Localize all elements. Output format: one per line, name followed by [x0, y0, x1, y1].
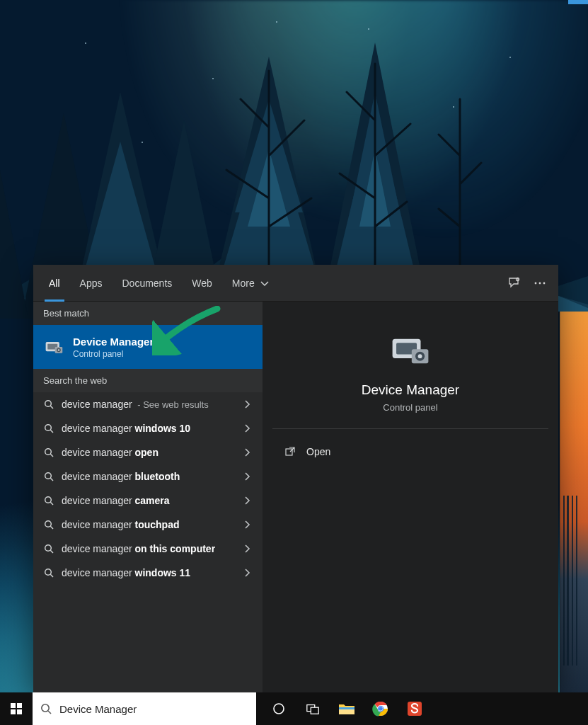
tab-more[interactable]: More	[222, 265, 280, 302]
cortana-button[interactable]	[262, 692, 296, 725]
start-search-panel: All Apps Documents Web More Best match	[33, 265, 558, 692]
svg-point-49	[379, 707, 383, 711]
preview-subtitle: Control panel	[383, 402, 437, 413]
windows-logo-icon	[10, 702, 23, 715]
web-result-text: device manager windows 10	[62, 423, 234, 434]
chevron-right-icon	[241, 567, 253, 578]
taskbar-app-chrome[interactable]	[364, 692, 398, 725]
chevron-right-icon	[241, 399, 253, 410]
taskbar-app-snagit[interactable]	[398, 692, 432, 725]
search-icon	[43, 423, 54, 434]
search-input[interactable]	[59, 692, 249, 725]
search-icon	[43, 543, 54, 554]
web-result[interactable]: device manager open	[33, 440, 263, 464]
svg-point-40	[42, 704, 49, 712]
svg-point-25	[45, 473, 52, 479]
search-icon	[43, 447, 54, 458]
preview-device-manager-icon	[390, 330, 431, 371]
feedback-button[interactable]	[502, 270, 527, 296]
file-explorer-icon	[338, 701, 356, 717]
web-result-text: device manager windows 11	[62, 567, 234, 578]
open-icon	[284, 446, 296, 457]
web-result[interactable]: device manager touchpad	[33, 513, 263, 537]
taskbar	[0, 692, 588, 725]
svg-point-29	[45, 569, 52, 576]
svg-rect-36	[11, 703, 16, 708]
search-icon	[40, 702, 52, 715]
tab-all[interactable]: All	[39, 265, 70, 302]
result-preview-pane: Device Manager Control panel Open	[263, 302, 558, 692]
taskbar-app-file-explorer[interactable]	[330, 692, 364, 725]
chevron-down-icon	[259, 278, 270, 289]
chevron-right-icon	[241, 423, 253, 434]
window-accent-strip	[568, 0, 588, 4]
web-result-text: device manager bluetooth	[62, 471, 234, 482]
svg-rect-38	[11, 709, 16, 714]
svg-point-14	[535, 282, 537, 284]
svg-rect-45	[339, 707, 354, 709]
cortana-icon	[272, 702, 286, 716]
snagit-icon	[406, 700, 423, 717]
web-result-text: device manager camera	[62, 495, 234, 506]
svg-point-27	[45, 521, 52, 527]
web-result[interactable]: device manager windows 11	[33, 561, 263, 585]
chevron-right-icon	[241, 519, 253, 530]
web-result-text: device manager - See web results	[62, 399, 234, 410]
svg-marker-1	[0, 170, 28, 319]
search-icon	[43, 399, 54, 410]
svg-point-16	[543, 282, 546, 284]
svg-point-28	[45, 545, 52, 552]
web-result-text: device manager touchpad	[62, 519, 234, 530]
chevron-right-icon	[241, 543, 253, 554]
action-open[interactable]: Open	[277, 438, 544, 466]
svg-point-22	[45, 401, 52, 407]
web-result[interactable]: device manager windows 10	[33, 416, 263, 440]
web-result[interactable]: device manager camera	[33, 489, 263, 513]
chevron-right-icon	[241, 447, 253, 458]
taskbar-search-box[interactable]	[33, 692, 256, 725]
search-icon	[43, 567, 54, 578]
search-icon	[43, 519, 54, 530]
svg-rect-39	[17, 709, 22, 714]
svg-point-15	[539, 282, 541, 284]
more-options-button[interactable]	[527, 270, 553, 296]
search-filter-tabs: All Apps Documents Web More	[33, 265, 558, 302]
preview-title: Device Manager	[362, 382, 459, 398]
svg-rect-37	[17, 703, 22, 708]
tab-documents[interactable]: Documents	[112, 265, 182, 302]
tab-apps[interactable]: Apps	[70, 265, 113, 302]
web-result[interactable]: device manager bluetooth	[33, 464, 263, 489]
svg-point-23	[45, 425, 52, 431]
web-result-text: device manager on this computer	[62, 543, 234, 554]
web-result-text: device manager open	[62, 447, 234, 458]
web-result[interactable]: device manager on this computer	[33, 537, 263, 561]
task-view-icon	[306, 702, 320, 716]
results-list: Best match Device Manager Control panel	[33, 302, 263, 692]
chevron-right-icon	[241, 495, 253, 506]
chevron-right-icon	[241, 471, 253, 482]
tab-web[interactable]: Web	[182, 265, 222, 302]
best-match-subtitle: Control panel	[73, 349, 154, 359]
svg-point-34	[418, 354, 422, 358]
best-match-title: Device Manager	[73, 336, 154, 348]
section-search-web: Search the web	[33, 369, 263, 392]
best-match-result[interactable]: Device Manager Control panel	[33, 325, 263, 369]
start-button[interactable]	[0, 692, 33, 725]
secondary-monitor-slice	[560, 312, 588, 694]
device-manager-icon	[43, 336, 64, 358]
action-open-label: Open	[306, 446, 330, 457]
task-view-button[interactable]	[296, 692, 330, 725]
search-icon	[43, 495, 54, 506]
svg-rect-43	[311, 707, 318, 714]
svg-point-26	[45, 497, 52, 503]
svg-point-24	[45, 449, 52, 455]
search-icon	[43, 471, 54, 482]
web-result[interactable]: device manager - See web results	[33, 392, 263, 416]
svg-point-21	[58, 349, 59, 350]
chrome-icon	[372, 700, 389, 717]
section-best-match: Best match	[33, 302, 263, 325]
svg-point-41	[274, 704, 284, 714]
svg-rect-35	[286, 449, 292, 455]
